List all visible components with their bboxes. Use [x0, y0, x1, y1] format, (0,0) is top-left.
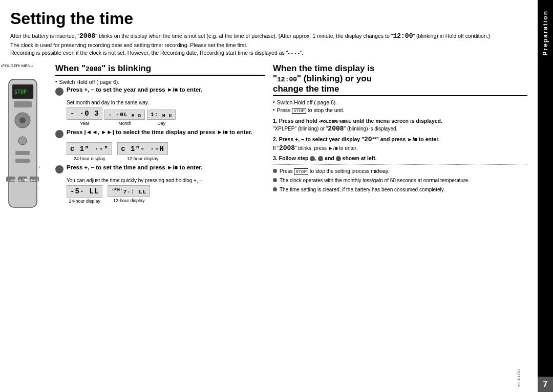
- svg-text:►/■: ►/■: [19, 178, 27, 182]
- 12hr-display-group: c 1ᵸ- ·-H 12-hour display: [117, 142, 168, 161]
- step1-text: Press +, – to set the year and press ►/■…: [67, 86, 202, 93]
- time-12hr-label: 12-hour display: [113, 198, 145, 203]
- step3-circle: [55, 165, 63, 173]
- time-12hr-display: ·PM·7·: LL: [108, 185, 150, 197]
- month-display: - ·0L M D: [104, 110, 145, 120]
- step2-block: Press |◄◄, ►►| to select the time displa…: [55, 129, 265, 138]
- folder-menu-label: •FOLDER/ MENU: [1, 63, 47, 68]
- page-title: Setting the time: [10, 9, 527, 28]
- right-column: When the time display is "12:00" (blinki…: [273, 63, 527, 206]
- svg-rect-7: [15, 151, 30, 155]
- svg-point-5: [19, 117, 26, 123]
- day-label: Day: [157, 121, 165, 126]
- year-display: - ·0 3: [67, 107, 102, 120]
- step2-text: Press |◄◄, ►►| to select the time displa…: [67, 129, 252, 135]
- bottom-bullet-3-text: The time setting is cleared, if the batt…: [280, 186, 445, 193]
- numbered-list: 1. Press and hold •FOLDER/ MENU until th…: [273, 118, 527, 161]
- two-columns: •FOLDER/ MENU STOP: [10, 63, 527, 206]
- numbered-item-3: 3. Follow step , and shown at left.: [273, 155, 527, 161]
- svg-text:|◄◄: |◄◄: [8, 178, 15, 182]
- left-content: When "2008" is blinking • Switch Hold of…: [55, 63, 265, 204]
- year-month-day-display: - ·0 3 Year - ·0L M D Month 1: M U: [67, 107, 265, 126]
- left-column: •FOLDER/ MENU STOP: [10, 63, 265, 206]
- step2-circle: [55, 130, 63, 138]
- 24hr-display: c 1ᵸ ·-ᵸ: [67, 142, 112, 155]
- svg-rect-3: [14, 101, 32, 107]
- svg-text:STOP: STOP: [14, 89, 27, 95]
- switch-hold-text: Switch Hold off ( page 6).: [59, 79, 120, 85]
- right-press-stop: • Press STOP to stop the unit.: [273, 107, 527, 114]
- stop-badge: STOP: [292, 108, 306, 114]
- dotted-divider: [273, 164, 527, 165]
- step2-content: Press |◄◄, ►►| to select the time displa…: [67, 129, 252, 135]
- rqt-code: RQT9124: [517, 369, 521, 387]
- bottom-bullet-2-text: The clock operates with the monthly loss…: [280, 177, 470, 184]
- step3-text: Press +, – to set the time and press ►/■…: [67, 164, 202, 170]
- right-switch-hold: • Switch Hold off ( page 6).: [273, 99, 527, 105]
- bottom-bullets: Press STOP to stop the setting process m…: [273, 168, 527, 193]
- sidebar-label: Preparation: [542, 10, 549, 56]
- circle-bullet-3: [273, 187, 277, 191]
- time-display-pair: -5· LL 24-hour display ·PM·7·: LL 12-hou…: [67, 185, 265, 204]
- step3-block: Press +, – to set the time and press ►/■…: [55, 164, 265, 173]
- step1-block: Press +, – to set the year and press ►/■…: [55, 86, 265, 96]
- time-24hr-label: 24-hour display: [69, 199, 100, 204]
- circle-bullet-2: [273, 178, 277, 182]
- page-number: 7: [538, 377, 553, 392]
- 12hr-display: c 1ᵸ- ·-H: [117, 142, 168, 155]
- day-display-col: 1: M U Day: [147, 110, 176, 126]
- left-section-heading: When "2008" is blinking: [55, 63, 265, 76]
- 24hr-display-group: c 1ᵸ ·-ᵸ 24-hour display: [67, 142, 112, 161]
- switch-hold-bullet: • Switch Hold off ( page 6).: [55, 79, 265, 85]
- step1-circle: [55, 88, 63, 96]
- step3-sub: You can adjust the time quickly by press…: [67, 178, 265, 183]
- svg-rect-8: [15, 159, 30, 163]
- step1-content: Press +, – to set the year and press ►/■…: [67, 86, 202, 93]
- time-12hr-group: ·PM·7·: LL 12-hour display: [108, 185, 150, 204]
- right-section-heading: When the time display is "12:00" (blinki…: [273, 63, 527, 96]
- bottom-bullet-2: The clock operates with the monthly loss…: [273, 177, 527, 184]
- time-24hr-group: -5· LL 24-hour display: [67, 185, 102, 204]
- right-sidebar: Preparation 7: [538, 0, 553, 392]
- intro-line1: After the battery is inserted, "2008" bl…: [10, 31, 527, 41]
- numbered-item-1: 1. Press and hold •FOLDER/ MENU until th…: [273, 118, 527, 133]
- bottom-bullet-1: Press STOP to stop the setting process m…: [273, 168, 527, 175]
- and-text: and: [325, 155, 334, 161]
- device-svg: STOP |◄◄ ►/■ ►►|: [1, 69, 45, 223]
- svg-text:+: +: [38, 165, 40, 170]
- numbered-item-2: 2. Press +, – to select year display "20…: [273, 136, 527, 152]
- hour-display-pair: c 1ᵸ ·-ᵸ 24-hour display c 1ᵸ- ·-H 12-ho…: [67, 142, 265, 161]
- 24hr-label: 24-hour display: [74, 156, 105, 161]
- svg-point-6: [18, 137, 27, 145]
- device-image: •FOLDER/ MENU STOP: [1, 63, 47, 224]
- item2-sub: If "2008" blinks, press ►/■ to enter.: [273, 144, 527, 152]
- time-24hr-display: -5· LL: [67, 185, 102, 198]
- svg-text:–: –: [38, 185, 40, 190]
- step3-content: Press +, – to set the time and press ►/■…: [67, 164, 202, 170]
- intro-line4: Recording is possible even if the clock …: [10, 49, 527, 57]
- stop-badge-2: STOP: [294, 168, 308, 175]
- 12hr-label: 12-hour display: [127, 156, 159, 161]
- month-label: Month: [118, 121, 131, 126]
- day-display: 1: M U: [147, 110, 176, 120]
- year-label: Year: [80, 121, 89, 126]
- intro-text: After the battery is inserted, "2008" bl…: [10, 31, 527, 57]
- main-content: Setting the time After the battery is in…: [0, 0, 538, 392]
- item1-sub: "XPLPEP" (blinking) or "2008" (blinking)…: [273, 125, 527, 133]
- bottom-bullet-3: The time setting is cleared, if the batt…: [273, 186, 527, 193]
- svg-text:►►|: ►►|: [31, 178, 38, 182]
- month-display-col: - ·0L M D Month: [104, 110, 145, 126]
- intro-line3: The clock is used for preserving recordi…: [10, 41, 527, 50]
- step1-sub: Set month and day in the same way.: [67, 100, 265, 105]
- circle-bullet-1: [273, 169, 277, 173]
- year-display-col: - ·0 3 Year: [67, 107, 102, 126]
